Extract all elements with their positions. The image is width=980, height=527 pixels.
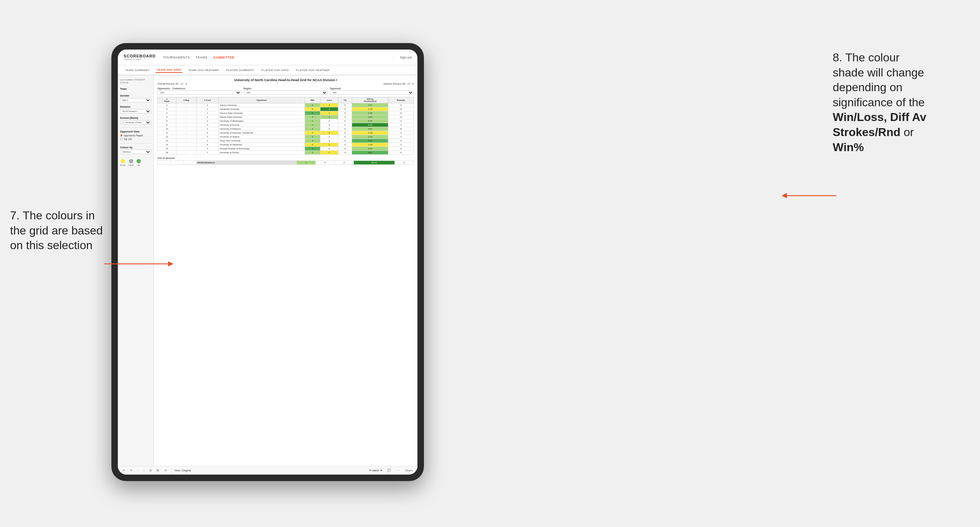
legend-up: Up: [137, 159, 141, 166]
annotation-right-bold2: Strokes/Rnd: [833, 125, 900, 138]
cell-tie: 0: [339, 151, 352, 155]
cell-rounds: 9: [388, 139, 414, 143]
watch-btn[interactable]: 👁 Watch ▼: [369, 469, 383, 472]
table-row: 11 - 6 University of Arkansas, Fayettevi…: [158, 131, 414, 135]
subnav-team-h2h-grid[interactable]: TEAM H2H GRID: [156, 67, 183, 73]
cell-conf: 1: [197, 111, 219, 115]
nav-tournaments[interactable]: TOURNAMENTS: [163, 56, 190, 59]
cell-rank: 11: [158, 131, 177, 135]
table-row: 15 - 4 Georgia Institute of Technology 5…: [158, 147, 414, 151]
paste-btn[interactable]: ⊞: [156, 468, 160, 472]
legend-level-dot: [129, 159, 133, 163]
cell-conf: 5: [197, 127, 219, 131]
cell-conf: 6: [197, 143, 219, 147]
timer-btn[interactable]: ⏱: [163, 468, 168, 472]
share-btn[interactable]: Share: [404, 468, 414, 472]
school-label: School (Rank): [120, 116, 151, 119]
undo-btn[interactable]: ↺: [121, 468, 126, 472]
cell-tie: 0: [339, 147, 352, 151]
th-tie: Tie: [339, 97, 352, 103]
grid-title: University of North Carolina Head-to-Hea…: [158, 78, 414, 82]
radio-top100[interactable]: Top 100: [120, 138, 151, 140]
colour-by-select[interactable]: Win/loss: [120, 150, 151, 154]
cell-rounds: 17: [388, 111, 414, 115]
table-row: 8 - 2 University of Washington 1 0 0 3.6…: [158, 119, 414, 123]
watch-label: Watch: [372, 469, 379, 472]
out-of-division-table: NCAA Division II 1 0 0 26.00 3: [158, 160, 414, 165]
cell-rounds: 12: [388, 115, 414, 119]
cell-opponent: University of Arizona: [218, 123, 305, 127]
sign-out[interactable]: Sign out: [400, 56, 412, 59]
out-of-division-row: NCAA Division II 1 0 0 26.00 3: [158, 161, 414, 165]
cell-diff: -2.29: [352, 107, 388, 111]
copy-btn[interactable]: ⧉: [148, 468, 153, 473]
cell-opponent: University of Washington: [218, 119, 305, 123]
comment-btn[interactable]: 💬: [386, 468, 392, 472]
logo-area: SCOREBOARD Powered by clippd: [124, 54, 156, 60]
cell-rounds: 2: [388, 123, 414, 127]
separator-1: [171, 468, 171, 473]
cell-diff-ood: 26.00: [354, 161, 395, 165]
cell-rounds: 9: [388, 147, 414, 151]
cell-tie: 0: [339, 107, 352, 111]
left-arrow-svg: [104, 259, 176, 269]
main-content: Last Updated: 27/03/2024 16:55:38 Team G…: [118, 75, 417, 466]
conference-select[interactable]: (All): [158, 90, 242, 95]
cell-tie: 0: [339, 127, 352, 131]
cell-conf: 3: [197, 135, 219, 139]
region-select[interactable]: (All): [243, 90, 328, 95]
annotation-left-line3: on this selection: [10, 239, 92, 252]
radio-opponents-played-indicator: [120, 134, 123, 137]
radio-opponents-played[interactable]: Opponents Played: [120, 134, 151, 137]
nav-teams[interactable]: TEAMS: [196, 56, 208, 59]
cell-tie: 0: [339, 131, 352, 135]
school-section: School (Rank) 1. University of Nort...: [120, 116, 151, 125]
cell-loss: 2: [320, 115, 339, 119]
sub-nav: TEAM SUMMARY TEAM H2H GRID TEAM H2H HEAT…: [118, 65, 417, 75]
forward-btn[interactable]: ›: [143, 468, 146, 472]
cell-tie: 0: [339, 135, 352, 139]
cell-win: 3: [305, 127, 320, 131]
subnav-player-h2h-grid[interactable]: PLAYER H2H GRID: [260, 68, 290, 73]
cell-tie: 0: [339, 123, 352, 127]
subnav-player-summary[interactable]: PLAYER SUMMARY: [224, 68, 255, 73]
cell-win: 3: [305, 151, 320, 155]
redo-btn[interactable]: ↻: [129, 468, 134, 472]
annotation-right-line2: shade will change: [833, 66, 924, 79]
annotation-right: 8. The colour shade will change dependin…: [833, 50, 969, 155]
division-label: Division: [120, 105, 151, 108]
cell-reg: -: [177, 147, 197, 151]
opponent-select[interactable]: (All): [330, 90, 414, 95]
cell-win: 0: [305, 107, 320, 111]
nav-committee[interactable]: COMMITTEE: [213, 56, 235, 59]
subnav-player-h2h-heatmap[interactable]: PLAYER H2H HEATMAP: [294, 68, 331, 73]
cell-win: 0: [305, 131, 320, 135]
back-btn[interactable]: ‹: [137, 468, 140, 472]
cell-diff: 3.67: [352, 119, 388, 123]
opponent-label: Opponent: [330, 87, 414, 90]
cell-tie-ood: 0: [335, 161, 354, 165]
cell-diff: -4.33: [352, 131, 388, 135]
table-row: 10 - 5 University of Alabama 3 0 0 2.61 …: [158, 127, 414, 131]
bottom-toolbar: ↺ ↻ ‹ › ⧉ ⊞ ⏱ View: Original 👁 Watch ▼ 💬…: [118, 466, 417, 475]
cell-rounds: 3: [388, 119, 414, 123]
gender-select[interactable]: Men's: [120, 98, 151, 102]
cell-rank: 10: [158, 127, 177, 131]
cell-diff: 2.61: [352, 127, 388, 131]
subnav-team-summary[interactable]: TEAM SUMMARY: [124, 68, 151, 73]
cell-tie: 0: [339, 139, 352, 143]
cell-loss: 1: [320, 151, 339, 155]
cell-rank: 2: [158, 103, 177, 107]
cell-conf: 2: [197, 115, 219, 119]
cell-opponent: University of Oklahoma: [218, 143, 305, 147]
subnav-team-h2h-heatmap[interactable]: TEAM H2H HEATMAP: [187, 68, 221, 73]
cell-win-ood: 1: [296, 161, 315, 165]
gender-section: Gender Men's: [120, 94, 151, 102]
cell-diff: -1.00: [352, 143, 388, 147]
school-select[interactable]: 1. University of Nort...: [120, 120, 151, 125]
division-select[interactable]: NCAA Division I: [120, 109, 151, 113]
cell-win: 5: [305, 111, 320, 115]
more-btn[interactable]: ⋯: [396, 468, 401, 472]
cell-win: 4: [305, 115, 320, 119]
legend-down-dot: [121, 159, 125, 163]
